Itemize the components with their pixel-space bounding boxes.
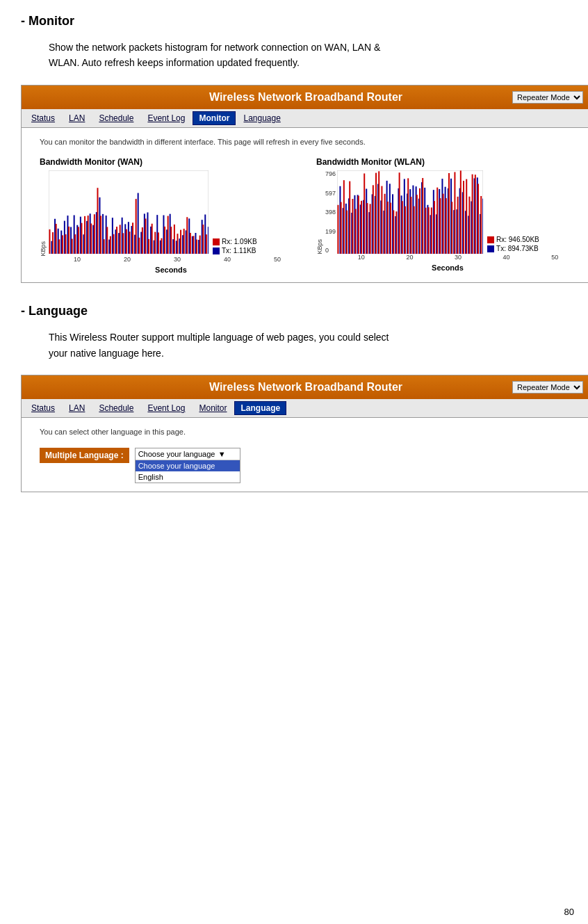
- nav-language-language[interactable]: Language: [234, 401, 286, 415]
- nav-status-language[interactable]: Status: [25, 401, 61, 415]
- mode-select-wrapper-monitor: Repeater Mode: [512, 91, 583, 104]
- monitor-description: Show the network packets histogram for n…: [49, 40, 567, 71]
- mode-select-wrapper-language: Repeater Mode: [512, 381, 583, 394]
- router-ui-language: Wireless Network Broadband Router Repeat…: [21, 375, 588, 492]
- wan-rx-label: Rx: 1.09KB: [222, 238, 257, 245]
- language-section-title: - Language: [21, 304, 567, 318]
- nav-schedule-language[interactable]: Schedule: [92, 401, 140, 415]
- lang-select-wrapper[interactable]: Choose your language ▼ Choose your langu…: [135, 448, 240, 483]
- lang-placeholder: Choose your language: [138, 450, 215, 458]
- nav-status-monitor[interactable]: Status: [25, 111, 61, 125]
- monitor-info-text: You can monitor the bandwidth in differe…: [40, 136, 579, 148]
- wlan-yaxis: 0 199 398 597 796: [325, 170, 336, 254]
- nav-schedule-monitor[interactable]: Schedule: [92, 111, 140, 125]
- charts-container: Bandwidth Monitor (WAN) KBps Rx: 1.09KB: [40, 157, 579, 274]
- wlan-chart-area: KBps 0 199 398 597 796: [316, 170, 579, 254]
- router-header-language: Wireless Network Broadband Router Repeat…: [22, 375, 588, 399]
- wlan-tx-label: Tx: 894.73KB: [496, 245, 539, 252]
- router-nav-monitor: Status LAN Schedule Event Log Monitor La…: [22, 109, 588, 128]
- wlan-legend-tx: Tx: 894.73KB: [487, 245, 539, 252]
- wlan-xaxis-labels: 10 20 30 40 50: [316, 254, 579, 261]
- wlan-chart-legend: Rx: 946.50KB Tx: 894.73KB: [487, 236, 539, 254]
- wlan-xlabel: Seconds: [316, 264, 579, 272]
- wan-tx-color: [213, 248, 220, 254]
- nav-lan-monitor[interactable]: LAN: [63, 111, 91, 125]
- nav-eventlog-language[interactable]: Event Log: [141, 401, 191, 415]
- nav-monitor-monitor[interactable]: Monitor: [193, 111, 236, 125]
- page-number: 80: [564, 907, 574, 917]
- wlan-chart-wrapper: Bandwidth Monitor (WLAN) KBps 0 199 398 …: [316, 157, 579, 274]
- repeater-mode-select-monitor[interactable]: Repeater Mode: [512, 91, 583, 104]
- wlan-legend-rx: Rx: 946.50KB: [487, 236, 539, 243]
- nav-eventlog-monitor[interactable]: Event Log: [141, 111, 191, 125]
- lang-option-english[interactable]: English: [136, 471, 240, 483]
- wlan-chart-title: Bandwidth Monitor (WLAN): [316, 157, 579, 167]
- wan-chart-plot: [49, 170, 209, 256]
- wlan-ylabel: KBps: [316, 239, 323, 254]
- router-nav-language: Status LAN Schedule Event Log Monitor La…: [22, 399, 588, 418]
- repeater-mode-select-language[interactable]: Repeater Mode: [512, 381, 583, 394]
- wan-chart-legend: Rx: 1.09KB Tx: 1.11KB: [213, 238, 257, 256]
- router-header-monitor: Wireless Network Broadband Router Repeat…: [22, 86, 588, 109]
- wlan-chart-plot: 0 199 398 597 796: [325, 170, 483, 254]
- wlan-rx-label: Rx: 946.50KB: [496, 236, 539, 243]
- wan-tx-label: Tx: 1.11KB: [222, 247, 256, 254]
- router-title-monitor: Wireless Network Broadband Router: [209, 91, 402, 104]
- wan-rx-color: [213, 238, 220, 245]
- wan-legend-rx: Rx: 1.09KB: [213, 238, 257, 245]
- lang-select-header[interactable]: Choose your language ▼: [136, 448, 240, 460]
- wan-chart-wrapper: Bandwidth Monitor (WAN) KBps Rx: 1.09KB: [40, 157, 302, 274]
- router-ui-monitor: Wireless Network Broadband Router Repeat…: [21, 85, 588, 284]
- lang-option-choose[interactable]: Choose your language: [136, 460, 240, 471]
- wlan-tx-color: [487, 245, 494, 252]
- dropdown-icon: ▼: [218, 450, 226, 458]
- wlan-rx-color: [487, 236, 494, 243]
- nav-lan-language[interactable]: LAN: [63, 401, 91, 415]
- wan-ylabel: KBps: [40, 241, 47, 257]
- monitor-section-title: - Monitor: [21, 14, 567, 29]
- router-body-monitor: You can monitor the bandwidth in differe…: [22, 128, 588, 283]
- wan-chart-title: Bandwidth Monitor (WAN): [40, 157, 302, 167]
- wan-xaxis-labels: 10 20 30 40 50: [40, 256, 302, 263]
- wan-legend-tx: Tx: 1.11KB: [213, 247, 257, 254]
- language-form: Multiple Language : Choose your language…: [40, 448, 579, 483]
- language-info-text: You can select other language in this pa…: [40, 426, 579, 438]
- nav-language-monitor[interactable]: Language: [237, 111, 286, 125]
- nav-monitor-language[interactable]: Monitor: [193, 401, 233, 415]
- wan-chart-area: KBps Rx: 1.09KB: [40, 170, 302, 256]
- router-title-language: Wireless Network Broadband Router: [209, 381, 402, 394]
- wan-xlabel: Seconds: [40, 266, 302, 274]
- router-body-language: You can select other language in this pa…: [22, 418, 588, 492]
- lang-label: Multiple Language :: [40, 448, 129, 463]
- language-description: This Wireless Router support multiple la…: [49, 330, 567, 361]
- lang-row: Multiple Language : Choose your language…: [40, 448, 579, 483]
